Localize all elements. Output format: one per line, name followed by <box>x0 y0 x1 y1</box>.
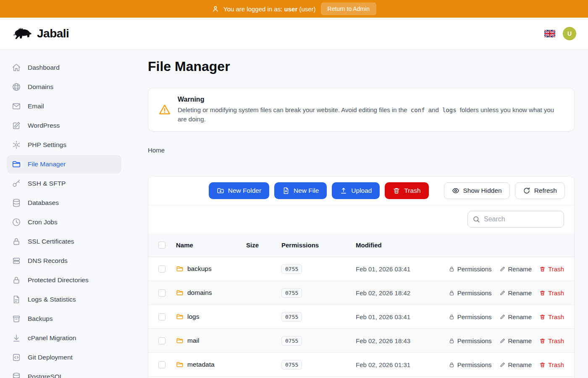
modified-date: Feb 02, 2026 01:31 <box>356 361 449 368</box>
table-header: Name Size Permissions Modified <box>148 233 574 257</box>
sidebar-item-logs-statistics[interactable]: Logs & Statistics <box>7 290 121 309</box>
key-icon <box>12 179 21 188</box>
sidebar-item-domains[interactable]: Domains <box>7 78 121 96</box>
file-toolbar: New Folder New File Upload Trash Show Hi… <box>148 176 574 205</box>
trash-button[interactable]: Trash <box>385 182 428 199</box>
trash-icon <box>539 266 546 272</box>
trash-icon <box>539 362 546 368</box>
lock-icon <box>12 276 21 285</box>
refresh-button[interactable]: Refresh <box>515 182 565 199</box>
server-icon <box>12 256 21 265</box>
brand-logo[interactable]: Jabali <box>12 25 69 42</box>
folder-icon <box>176 265 184 273</box>
sidebar-item-backups[interactable]: Backups <box>7 310 121 328</box>
folder-icon <box>176 337 184 344</box>
sidebar: Dashboard Domains Email WordPress PHP Se… <box>0 50 128 378</box>
trash-action[interactable]: Trash <box>539 265 564 273</box>
download-icon <box>12 333 21 343</box>
row-checkbox[interactable] <box>158 361 165 368</box>
row-checkbox[interactable] <box>158 265 165 273</box>
column-permissions[interactable]: Permissions <box>281 242 356 249</box>
database-icon <box>12 198 21 207</box>
permissions-action[interactable]: Permissions <box>449 313 492 320</box>
file-name[interactable]: domains <box>187 289 212 297</box>
new-file-button[interactable]: New File <box>274 182 327 199</box>
return-to-admin-button[interactable]: Return to Admin <box>321 3 376 15</box>
sidebar-item-postgresql[interactable]: PostgreSQL <box>7 368 121 378</box>
sidebar-item-ssh-sftp[interactable]: SSH & SFTP <box>7 174 121 193</box>
logged-in-role: (user) <box>299 5 315 13</box>
sidebar-item-wordpress[interactable]: WordPress <box>7 116 121 135</box>
modified-date: Feb 01, 2026 03:41 <box>356 265 449 273</box>
warning-alert: Warning Deleting or modifying system fil… <box>148 88 575 131</box>
permissions-badge: 0755 <box>281 336 302 346</box>
sidebar-item-dashboard[interactable]: Dashboard <box>7 58 121 77</box>
search-input[interactable] <box>467 211 564 228</box>
permissions-badge: 0755 <box>281 360 302 370</box>
table-row: metadata 0755 Feb 02, 2026 01:31 Permiss… <box>148 353 574 377</box>
file-plus-icon <box>282 187 290 194</box>
trash-action[interactable]: Trash <box>539 289 564 297</box>
sidebar-item-dns-records[interactable]: DNS Records <box>7 252 121 270</box>
column-size[interactable]: Size <box>246 242 281 249</box>
column-name[interactable]: Name <box>176 242 246 249</box>
show-hidden-button[interactable]: Show Hidden <box>444 182 510 199</box>
lock-icon <box>449 338 455 344</box>
trash-icon <box>539 314 546 320</box>
edit-icon <box>12 121 21 130</box>
uk-flag-icon[interactable] <box>544 30 555 37</box>
sidebar-item-databases[interactable]: Databases <box>7 194 121 212</box>
select-all-checkbox[interactable] <box>158 242 165 249</box>
sidebar-item-file-manager[interactable]: File Manager <box>7 155 121 173</box>
permissions-badge: 0755 <box>281 264 302 274</box>
sidebar-item-email[interactable]: Email <box>7 97 121 116</box>
permissions-badge: 0755 <box>281 288 302 298</box>
new-folder-button[interactable]: New Folder <box>209 182 269 199</box>
sidebar-item-php-settings[interactable]: PHP Settings <box>7 136 121 154</box>
globe-icon <box>12 82 21 92</box>
sidebar-item-cpanel-migration[interactable]: cPanel Migration <box>7 329 121 347</box>
breadcrumb-home[interactable]: Home <box>148 147 165 154</box>
row-checkbox[interactable] <box>158 313 165 320</box>
upload-button[interactable]: Upload <box>332 182 380 199</box>
sidebar-item-cron-jobs[interactable]: Cron Jobs <box>7 213 121 231</box>
trash-icon <box>393 187 400 194</box>
permissions-action[interactable]: Permissions <box>449 337 492 344</box>
warning-text: Deleting or modifying system files can b… <box>178 105 564 123</box>
sidebar-item-ssl-certificates[interactable]: SSL Certificates <box>7 232 121 251</box>
rename-action[interactable]: Rename <box>499 289 532 297</box>
rename-action[interactable]: Rename <box>499 265 532 273</box>
sidebar-item-protected-directories[interactable]: Protected Directories <box>7 271 121 289</box>
brand-name: Jabali <box>37 27 69 40</box>
logged-in-username: user <box>284 5 298 13</box>
row-checkbox[interactable] <box>158 289 165 297</box>
lock-icon <box>12 237 21 246</box>
rename-action[interactable]: Rename <box>499 337 532 344</box>
folder-plus-icon <box>217 187 224 194</box>
logged-in-as: You are logged in as: user (user) <box>212 5 316 13</box>
rename-action[interactable]: Rename <box>499 313 532 320</box>
pencil-icon <box>499 362 506 368</box>
permissions-action[interactable]: Permissions <box>449 361 492 368</box>
sidebar-item-git-deployment[interactable]: Git Deployment <box>7 348 121 367</box>
person-icon <box>212 5 219 13</box>
file-name[interactable]: logs <box>187 313 199 320</box>
trash-action[interactable]: Trash <box>539 337 564 344</box>
rename-action[interactable]: Rename <box>499 361 532 368</box>
trash-action[interactable]: Trash <box>539 313 564 320</box>
column-modified[interactable]: Modified <box>356 242 564 249</box>
row-checkbox[interactable] <box>158 337 165 344</box>
pencil-icon <box>499 266 506 272</box>
gear-icon <box>12 140 21 150</box>
file-name[interactable]: metadata <box>187 361 215 368</box>
lock-icon <box>449 314 455 320</box>
folder-icon <box>176 289 184 297</box>
permissions-action[interactable]: Permissions <box>449 265 492 273</box>
warning-title: Warning <box>178 96 564 103</box>
impersonation-banner: You are logged in as: user (user) Return… <box>0 0 588 18</box>
file-name[interactable]: backups <box>187 265 212 273</box>
user-avatar[interactable]: U <box>563 27 576 40</box>
file-name[interactable]: mail <box>187 337 199 344</box>
trash-action[interactable]: Trash <box>539 361 564 368</box>
permissions-action[interactable]: Permissions <box>449 289 492 297</box>
